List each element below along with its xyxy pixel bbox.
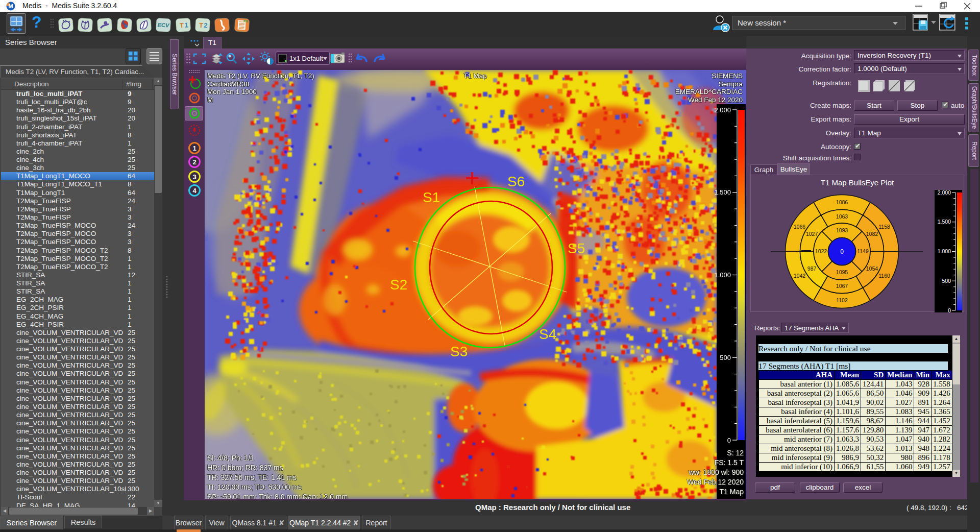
svg-text:1086: 1086 (836, 199, 848, 205)
svg-text:2.000: 2.000 (938, 190, 951, 196)
svg-text:1.000: 1.000 (714, 271, 731, 279)
svg-text:987: 987 (807, 265, 817, 272)
svg-text:xls: xls (243, 19, 248, 23)
svg-text:1158: 1158 (878, 224, 890, 230)
svg-text:ECV: ECV (157, 21, 170, 28)
svg-text:1160: 1160 (878, 273, 890, 279)
svg-text:2: 2 (192, 158, 196, 166)
svg-text:1102: 1102 (836, 297, 848, 303)
svg-text:T: T (180, 21, 184, 29)
svg-text:1022: 1022 (815, 248, 827, 254)
svg-text:1054: 1054 (866, 265, 878, 272)
svg-text:1: 1 (192, 144, 196, 152)
svg-text:0: 0 (840, 248, 844, 255)
svg-text:T: T (199, 21, 204, 29)
svg-text:S2: S2 (390, 277, 407, 293)
svg-text:1095: 1095 (836, 269, 848, 275)
svg-text:4: 4 (192, 187, 197, 195)
svg-text:S1: S1 (423, 189, 440, 205)
svg-text:1.000: 1.000 (938, 248, 951, 254)
svg-text:500: 500 (942, 278, 951, 284)
svg-text:0: 0 (727, 437, 731, 444)
svg-text:S3: S3 (450, 344, 468, 359)
svg-text:0: 0 (948, 307, 951, 313)
svg-text:1149: 1149 (857, 248, 869, 254)
svg-text:1082: 1082 (866, 231, 878, 237)
svg-text:1: 1 (184, 21, 188, 29)
svg-text:1093: 1093 (836, 227, 848, 233)
svg-text:1066: 1066 (794, 224, 806, 230)
svg-text:1.500: 1.500 (714, 188, 731, 196)
svg-text:500: 500 (720, 354, 731, 361)
svg-text:1063: 1063 (836, 213, 848, 220)
svg-text:1067: 1067 (836, 283, 848, 289)
svg-text:S4: S4 (539, 326, 556, 342)
svg-text:2.000: 2.000 (714, 106, 731, 114)
svg-text:1027: 1027 (806, 231, 818, 237)
svg-text:M: M (8, 3, 13, 9)
svg-text:2: 2 (204, 21, 208, 29)
svg-text:3: 3 (192, 173, 196, 181)
svg-text:S5: S5 (568, 240, 585, 256)
svg-text:1042: 1042 (794, 273, 806, 279)
svg-text:S6: S6 (507, 174, 525, 189)
svg-text:1.500: 1.500 (938, 219, 951, 225)
